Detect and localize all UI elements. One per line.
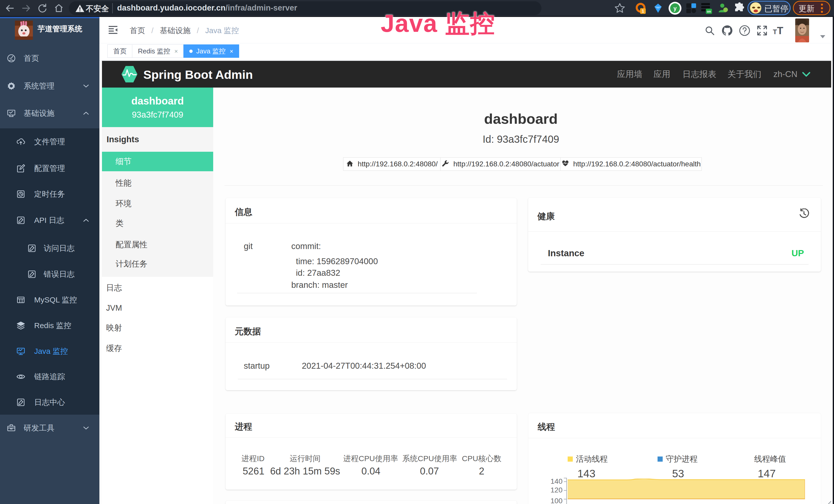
- svg-text:y: y: [674, 5, 677, 12]
- svg-text:1: 1: [642, 9, 644, 14]
- svg-text:on: on: [707, 9, 711, 13]
